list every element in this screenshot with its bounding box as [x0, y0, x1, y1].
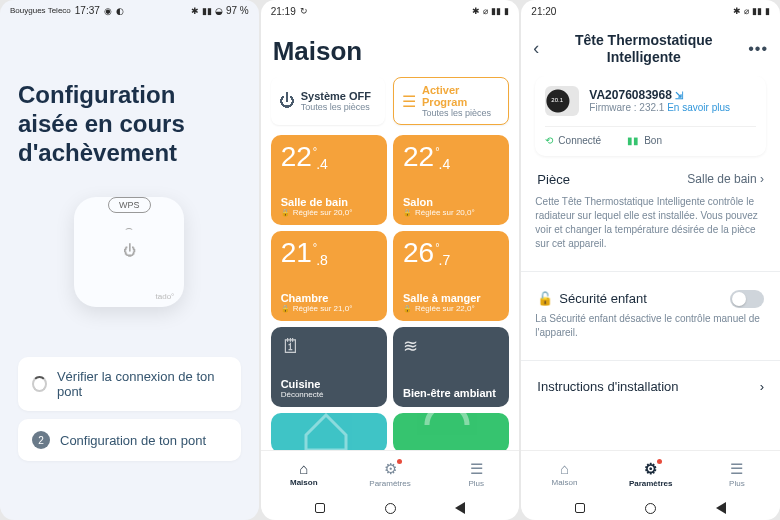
dnd-icon: ⌀ — [744, 6, 749, 16]
tile-wellbeing[interactable]: ≋ Bien-être ambiant — [393, 327, 509, 407]
home-icon: ⌂ — [560, 460, 569, 477]
battery-icon: ▮ — [504, 6, 509, 16]
android-nav-bar — [521, 496, 780, 520]
screen-trv-detail: 21:20 ✱ ⌀ ▮▮ ▮ ‹ Tête Thermostatique Int… — [521, 0, 780, 520]
room-name: Salle de bain — [281, 196, 377, 208]
sliders-icon: ⚙ — [644, 460, 657, 478]
nav-home[interactable] — [645, 503, 656, 514]
step-label: Vérifier la connexion de ton pont — [57, 369, 227, 399]
lock-icon: 🔒 — [281, 209, 290, 217]
nav-home[interactable] — [385, 503, 396, 514]
air-icon: ≋ — [403, 335, 418, 357]
status-time: 21:20 — [531, 6, 556, 17]
trv-firmware: Firmware : 232.1 En savoir plus — [589, 102, 730, 113]
mode-subtitle: Toutes les pièces — [422, 108, 502, 118]
tab-home[interactable]: ⌂ Maison — [261, 451, 347, 496]
room-subtitle: Déconnecté — [281, 390, 377, 399]
status-time: 17:37 — [75, 5, 100, 16]
mode-title: Système OFF — [301, 90, 371, 102]
room-tile-chambre[interactable]: 21°.8 Chambre 🔒Réglée sur 21,0° — [271, 231, 387, 321]
brand-label: tado° — [156, 292, 175, 301]
power-icon: ⏻ — [123, 243, 136, 258]
calendar-icon: 🗓 — [281, 335, 301, 358]
sync-icon: ↻ — [300, 6, 308, 16]
battery-ok-icon: ▮▮ — [627, 135, 639, 146]
mode-activate-program[interactable]: ☰ Activer Program Toutes les pièces — [393, 77, 509, 125]
room-name: Chambre — [281, 292, 377, 304]
tab-more[interactable]: ☰ Plus — [433, 451, 519, 496]
link-icon[interactable]: ⇲ — [675, 90, 683, 101]
bluetooth-icon: ✱ — [472, 6, 480, 16]
room-tile-salon[interactable]: 22°.4 Salon 🔒Réglée sur 20,0° — [393, 135, 509, 225]
nav-recent[interactable] — [315, 503, 325, 513]
tab-more[interactable]: ☰ Plus — [694, 451, 780, 496]
house-icon — [296, 413, 356, 450]
back-button[interactable]: ‹ — [533, 38, 539, 59]
mode-system-off[interactable]: ⏻ Système OFF Toutes les pièces — [271, 77, 385, 125]
child-lock-row: 🔓Sécurité enfant — [535, 278, 766, 312]
step-label: Configuration de ton pont — [60, 433, 206, 448]
tile-name: Bien-être ambiant — [403, 387, 499, 399]
notification-dot — [657, 459, 662, 464]
link-ok-icon: ⟲ — [545, 135, 553, 146]
trv-thumbnail — [545, 86, 579, 116]
chevron-right-icon: › — [760, 379, 764, 394]
instructions-row[interactable]: Instructions d'installation › — [535, 367, 766, 406]
unlock-icon: 🔓 — [537, 291, 553, 306]
child-lock-toggle[interactable] — [730, 290, 764, 308]
page-title: Tête Thermostatique Intelligente — [547, 32, 740, 66]
facebook-icon: ◉ — [104, 6, 112, 16]
menu-icon: ☰ — [470, 460, 483, 478]
tab-home[interactable]: ⌂ Maison — [521, 451, 607, 496]
signal-icon: ▮▮ — [202, 6, 212, 16]
lock-icon: 🔒 — [403, 305, 412, 313]
status-bar: 21:19↻ ✱ ⌀ ▮▮ ▮ — [261, 0, 520, 22]
sliders-icon: ⚙ — [384, 460, 397, 478]
room-tile-kitchen[interactable]: 🗓 Cuisine Déconnecté — [271, 327, 387, 407]
tile-extra-2[interactable] — [393, 413, 509, 450]
signal-icon: ▮▮ — [752, 6, 762, 16]
screen-setup: Bouygues Teleco 17:37 ◉ ◐ ✱ ▮▮ ◒ 97 % Co… — [0, 0, 259, 520]
room-tiles-grid: 22°.4 Salle de bain 🔒Réglée sur 20,0° 22… — [271, 135, 510, 450]
trv-serial: VA2076083968 ⇲ — [589, 88, 730, 102]
lock-icon: 🔒 — [281, 305, 290, 313]
step-number-badge: 2 — [32, 431, 50, 449]
step-verify-connection[interactable]: Vérifier la connexion de ton pont — [18, 357, 241, 411]
room-tile-dining[interactable]: 26°.7 Salle à manger 🔒Réglée sur 22,0° — [393, 231, 509, 321]
page-title: Configuration aisée en cours d'achèvemen… — [18, 81, 241, 167]
nav-recent[interactable] — [575, 503, 585, 513]
step-configure-bridge[interactable]: 2 Configuration de ton pont — [18, 419, 241, 461]
nav-back[interactable] — [455, 502, 465, 514]
dnd-icon: ⌀ — [483, 6, 488, 16]
more-menu-button[interactable]: ••• — [748, 40, 768, 58]
nav-back[interactable] — [716, 502, 726, 514]
trv-device-card: VA2076083968 ⇲ Firmware : 232.1 En savoi… — [535, 76, 766, 156]
home-icon: ⌂ — [299, 460, 308, 477]
room-description: Cette Tête Thermostatique Intelligente c… — [535, 195, 766, 251]
wps-badge: WPS — [108, 197, 151, 213]
bridge-device-illustration: WPS ⌢ ⏻ tado° — [74, 197, 184, 307]
tab-settings[interactable]: ⚙ Paramètres — [608, 451, 694, 496]
setup-steps-list: Vérifier la connexion de ton pont 2 Conf… — [18, 357, 241, 461]
learn-more-link[interactable]: En savoir plus — [667, 102, 730, 113]
bluetooth-icon: ✱ — [191, 6, 199, 16]
carrier-label: Bouygues Teleco — [10, 6, 71, 15]
mode-subtitle: Toutes les pièces — [301, 102, 371, 112]
menu-icon: ☰ — [730, 460, 743, 478]
room-tile-bathroom[interactable]: 22°.4 Salle de bain 🔒Réglée sur 20,0° — [271, 135, 387, 225]
room-name: Salle à manger — [403, 292, 499, 304]
wifi-status-icon: ◒ — [215, 6, 223, 16]
divider — [521, 271, 780, 272]
battery-label: 97 % — [226, 5, 249, 16]
tab-bar: ⌂ Maison ⚙ Paramètres ☰ Plus — [521, 450, 780, 496]
tab-settings[interactable]: ⚙ Paramètres — [347, 451, 433, 496]
room-name: Cuisine — [281, 378, 377, 390]
room-row[interactable]: Pièce Salle de bain › — [535, 156, 766, 195]
tile-extra-1[interactable] — [271, 413, 387, 450]
divider — [521, 360, 780, 361]
battery-icon: ▮ — [765, 6, 770, 16]
spinner-icon — [32, 376, 47, 392]
status-time: 21:19 — [271, 6, 296, 17]
schedule-icon: ☰ — [402, 92, 416, 111]
notification-dot — [397, 459, 402, 464]
